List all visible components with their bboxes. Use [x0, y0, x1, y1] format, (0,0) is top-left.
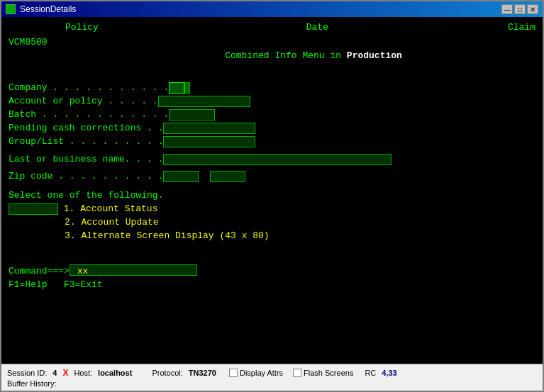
- x-icon: X: [62, 368, 68, 378]
- buffer-history: Buffer History:: [7, 379, 397, 388]
- account-field[interactable]: [158, 96, 250, 107]
- terminal: Policy Date Claim VCM0500 Combined Info …: [1, 17, 543, 364]
- policy-header: Policy: [65, 21, 99, 35]
- system-title-row: VCM0500 Combined Info Menu in Production: [9, 36, 535, 77]
- select-row-1: 1. Account Status: [9, 203, 535, 216]
- flash-screens-label: Flash Screens: [304, 369, 353, 377]
- title-highlight: Production: [347, 50, 402, 61]
- zip-field-1[interactable]: [163, 171, 199, 182]
- exit-text[interactable]: F3=Exit: [64, 279, 103, 292]
- zip-row: Zip code . . . . . . . . . .: [9, 170, 535, 184]
- title-bar: SessionDetails — □ ✕: [1, 1, 543, 17]
- zip-field-2[interactable]: [210, 171, 245, 182]
- command-label: Command===>: [9, 265, 70, 279]
- batch-field[interactable]: [169, 109, 215, 121]
- status-left: Session ID: 4 X Host: localhost Protocol…: [7, 368, 397, 388]
- status-row-1: Session ID: 4 X Host: localhost Protocol…: [7, 368, 397, 378]
- company-row: Company . . . . . . . . . . .: [9, 82, 535, 95]
- company-field[interactable]: [169, 82, 184, 94]
- protocol-value: TN3270: [189, 369, 216, 377]
- group-row: Group/List . . . . . . . . .: [9, 135, 535, 149]
- host-label: Host:: [74, 369, 92, 377]
- window: SessionDetails — □ ✕ Policy Date Claim V…: [0, 0, 544, 392]
- claim-header: Claim: [508, 21, 535, 35]
- account-label: Account or policy . . . . .: [9, 95, 158, 108]
- command-row: Command===> xx: [9, 264, 535, 279]
- option-3: 3. Alternate Screen Display (43 x 80): [65, 230, 270, 243]
- session-label: Session ID:: [7, 369, 47, 377]
- rc-value: 4,33: [382, 369, 396, 377]
- company-label: Company . . . . . . . . . . .: [9, 82, 169, 95]
- protocol-label: Protocol:: [152, 369, 182, 377]
- command-input[interactable]: xx: [70, 264, 197, 276]
- zip-label: Zip code . . . . . . . . . .: [9, 170, 163, 184]
- select-prompt-text: Select one of the following.: [9, 189, 163, 203]
- flash-screens-checkbox[interactable]: [293, 369, 301, 377]
- title-icon: [6, 4, 16, 14]
- display-attrs-label: Display Attrs: [240, 369, 283, 377]
- host-value: localhost: [98, 369, 132, 377]
- title-text-plain: Combined Info Menu in: [225, 50, 347, 61]
- select-input[interactable]: [9, 203, 58, 215]
- help-text[interactable]: F1=Help: [9, 279, 48, 292]
- rc-label: RC: [365, 369, 376, 377]
- lastname-field[interactable]: [163, 154, 392, 165]
- title-controls: — □ ✕: [501, 4, 538, 14]
- option-1: 1. Account Status: [64, 203, 158, 216]
- company-field-2[interactable]: [184, 82, 190, 94]
- help-row: F1=Help F3=Exit: [9, 279, 535, 292]
- select-row-2: 2. Account Update: [9, 216, 535, 230]
- title-text: SessionDetails: [20, 4, 501, 14]
- session-value: 4: [52, 369, 57, 377]
- header-row: Policy Date Claim: [9, 21, 535, 35]
- select-row-3: 3. Alternate Screen Display (43 x 80): [9, 230, 535, 243]
- select-prompt: Select one of the following.: [9, 189, 535, 203]
- status-bar: Session ID: 4 X Host: localhost Protocol…: [1, 364, 543, 391]
- lastname-row: Last or business name. . . .: [9, 153, 535, 167]
- option-2: 2. Account Update: [65, 216, 159, 230]
- minimize-button[interactable]: —: [501, 4, 513, 14]
- date-header: Date: [306, 21, 328, 35]
- pending-label: Pending cash corrections . .: [9, 122, 163, 135]
- batch-label: Batch . . . . . . . . . . . .: [9, 108, 169, 122]
- maximize-button[interactable]: □: [514, 4, 526, 14]
- pending-row: Pending cash corrections . .: [9, 122, 535, 135]
- display-attrs-checkbox[interactable]: [229, 369, 238, 377]
- title-center: Combined Info Menu in Production: [48, 36, 535, 77]
- group-label: Group/List . . . . . . . . .: [9, 135, 163, 149]
- batch-row: Batch . . . . . . . . . . . .: [9, 108, 535, 122]
- account-row: Account or policy . . . . .: [9, 95, 535, 108]
- group-field[interactable]: [163, 136, 255, 147]
- system-id: VCM0500: [9, 36, 48, 50]
- pending-field[interactable]: [163, 123, 255, 134]
- close-button[interactable]: ✕: [527, 4, 538, 14]
- lastname-label: Last or business name. . . .: [9, 153, 163, 167]
